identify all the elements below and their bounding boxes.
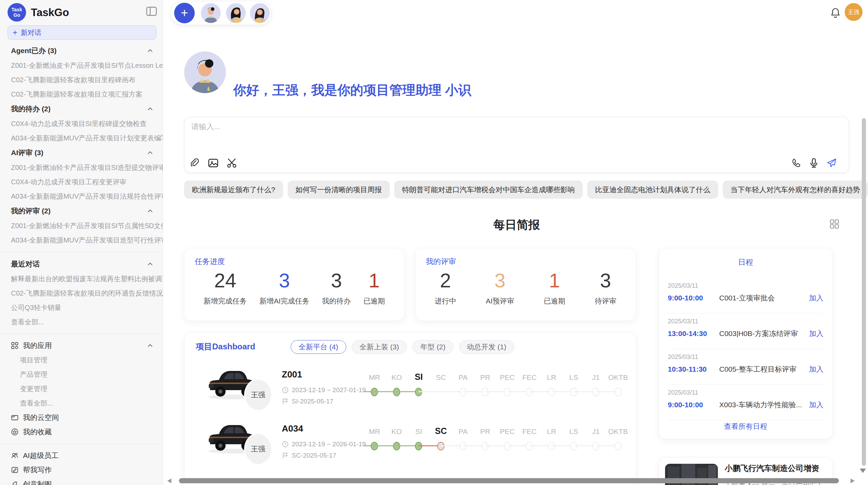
session-avatar-1[interactable] [201, 3, 221, 23]
sidebar-item[interactable]: C0X4-动力总成开发项目SI里程碑提交物检查 [0, 116, 163, 131]
project-row-a034[interactable]: 王强 A034 2023-12-19 ~ 2026-01-19 SC-2025-… [184, 412, 636, 466]
dashboard-filter-chip[interactable]: 年型 (2) [412, 340, 454, 354]
scissors-icon[interactable] [226, 158, 237, 169]
owner-badge: 王强 [244, 379, 272, 411]
news-title: 小鹏飞行汽车制造公司增资 [725, 463, 825, 474]
sidebar-item-help-write[interactable]: 帮我写作 [0, 463, 163, 477]
microphone-icon[interactable] [808, 158, 819, 169]
sidebar-item[interactable]: Z001-全新燃油皮卡产品开发项目SI节点Lesson Learn报告 [0, 58, 163, 73]
sidebar-item-favorites[interactable]: 我的收藏 [0, 425, 163, 439]
sidebar-item-creative-draw[interactable]: 创意制图 [0, 477, 163, 485]
join-link[interactable]: 加入 [809, 364, 823, 374]
app-link[interactable]: 产品管理 [0, 367, 163, 382]
sidebar-item[interactable]: C0X4-动力总成开发项目工程变更评审 [0, 175, 163, 189]
join-link[interactable]: 加入 [809, 293, 823, 303]
project-row-z001[interactable]: 王强 Z001 2023-12-19 ~ 2027-01-19 SI-2025-… [184, 358, 636, 412]
dashboard-filter-chip[interactable]: 动总开发 (1) [459, 340, 515, 354]
app-logo: Task Go [8, 3, 26, 22]
join-link[interactable]: 加入 [809, 329, 823, 338]
sidebar-item-ai-staff[interactable]: AI超级员工 [0, 448, 163, 463]
app-link[interactable]: 变更管理 [0, 382, 163, 396]
dashboard-filter-chip[interactable]: 全新平台 (4) [291, 340, 346, 354]
vscroll-down-arrow-icon[interactable] [860, 469, 866, 473]
session-avatar-3[interactable] [250, 3, 270, 23]
suggestion-chip[interactable]: 比亚迪全固态电池计划具体说了什么 [587, 181, 718, 199]
logo-text-top: Task [12, 7, 22, 12]
prompt-input[interactable] [191, 122, 740, 132]
section-my-todo[interactable]: 我的待办 (2) [0, 101, 163, 116]
section-agent-done[interactable]: Agent已办 (3) [0, 43, 163, 58]
image-icon[interactable] [208, 158, 219, 169]
send-icon[interactable] [826, 158, 837, 169]
hscroll-right-arrow-icon[interactable] [851, 478, 855, 483]
section-ai-review[interactable]: AI评审 (3) [0, 145, 163, 160]
dashboard-title: 项目Dashboard [196, 341, 255, 352]
project-daterange: 2023-12-19 ~ 2027-01-19 [282, 386, 366, 394]
suggestion-chip[interactable]: 欧洲新规最近颁布了什么? [184, 181, 283, 199]
stat: 1 已逾期 [363, 270, 385, 306]
milestone: SI [408, 358, 430, 406]
stat-value: 3 [260, 270, 310, 291]
milestone: PA [452, 412, 474, 460]
favorites-icon [11, 428, 19, 436]
composer-right-tools [791, 158, 837, 169]
suggestion-chip[interactable]: 当下年轻人对汽车外观有怎样的喜好趋势 [723, 181, 868, 199]
write-icon [11, 466, 19, 474]
sidebar-item[interactable]: Z001-全新燃油轻卡产品开发项目SI节点属性5D文件评审 [0, 219, 163, 233]
sidebar-collapse-icon[interactable] [146, 6, 157, 16]
stat-label: AI预评审 [486, 296, 514, 306]
session-avatar-2[interactable] [226, 3, 246, 23]
vertical-scrollbar[interactable] [862, 118, 866, 466]
stat-value: 3 [322, 270, 351, 291]
people-icon [11, 452, 19, 459]
schedule-date: 2025/03/11 [668, 353, 823, 361]
view-all-schedule-link[interactable]: 查看所有日程 [659, 422, 832, 431]
sidebar-item[interactable]: A034-全新新能源MUV产品开发项目造型可行性评审 [0, 233, 163, 247]
plus-icon: + [13, 29, 17, 36]
chevron-up-icon [147, 151, 153, 154]
sidebar-item[interactable]: C02-飞腾新能源轻客改款项目里程碑画布 [0, 73, 163, 87]
phone-call-icon[interactable] [791, 158, 801, 169]
project-milestone-flag: SC-2025-05-17 [282, 452, 336, 459]
attachment-icon[interactable] [189, 158, 200, 169]
clock-icon [282, 441, 289, 448]
chevron-up-icon [147, 107, 153, 111]
recent-chat-item[interactable]: 查看全部... [0, 315, 163, 329]
hscroll-left-arrow-icon[interactable] [167, 478, 171, 483]
sidebar-item[interactable]: A034-全新新能源MUV产品开发项目计划变更表编写 [0, 131, 163, 145]
recent-chat-item[interactable]: C02-飞腾新能源轻客改款项目的闭环通告反馈情况 [0, 286, 163, 300]
recent-chat-item[interactable]: 解释最新出台的欧盟报废车法规再生塑料比例被调至15%... [0, 272, 163, 286]
divider [0, 334, 163, 334]
recent-chat-item[interactable]: 公司Q3轻卡销量 [0, 300, 163, 315]
stat-label: 已逾期 [363, 296, 385, 306]
schedule-name: X003-车辆动力学性能验... [719, 400, 809, 410]
sidebar-item[interactable]: Z001-全新燃油轻卡产品开发项目SI造型提交物评审 [0, 160, 163, 175]
user-avatar[interactable]: 王强 [845, 3, 863, 21]
notification-bell-icon[interactable] [830, 7, 841, 18]
sidebar-item-my-apps[interactable]: 我的应用 [0, 338, 163, 353]
section-my-review[interactable]: 我的评审 (2) [0, 203, 163, 219]
milestone-dot [614, 388, 622, 396]
join-link[interactable]: 加入 [809, 400, 823, 410]
sidebar-item-cloud-space[interactable]: 我的云空间 [0, 410, 163, 425]
app-link[interactable]: 查看全部... [0, 396, 163, 410]
horizontal-scrollbar[interactable] [179, 478, 839, 483]
milestone: LR [541, 358, 563, 406]
milestone: SC [430, 412, 452, 460]
suggestion-chip[interactable]: 特朗普可能对进口汽车增税会对中国车企造成哪些影响 [394, 181, 583, 199]
new-session-button[interactable]: + [174, 3, 195, 23]
chevron-up-icon [147, 344, 153, 347]
milestone: MR [363, 412, 386, 460]
section-recent-chats[interactable]: 最近对话 [0, 257, 163, 272]
layout-grid-icon[interactable] [830, 219, 839, 229]
stat: 3 AI预评审 [486, 270, 514, 306]
milestone: PEC [496, 358, 519, 406]
sidebar-item[interactable]: A034-全新新能源MUV产品开发项目法规符合性评审 [0, 189, 163, 203]
divider [0, 252, 163, 252]
sidebar-item[interactable]: C02-飞腾新能源轻客改款项目立项汇报方案 [0, 87, 163, 101]
suggestion-chip[interactable]: 如何写一份清晰的项目周报 [288, 181, 390, 199]
dashboard-filter-chip[interactable]: 全新上装 (3) [352, 340, 407, 354]
app-link[interactable]: 项目管理 [0, 353, 163, 367]
project-code: Z001 [282, 369, 302, 380]
new-chat-button[interactable]: + 新对话 [8, 25, 156, 40]
